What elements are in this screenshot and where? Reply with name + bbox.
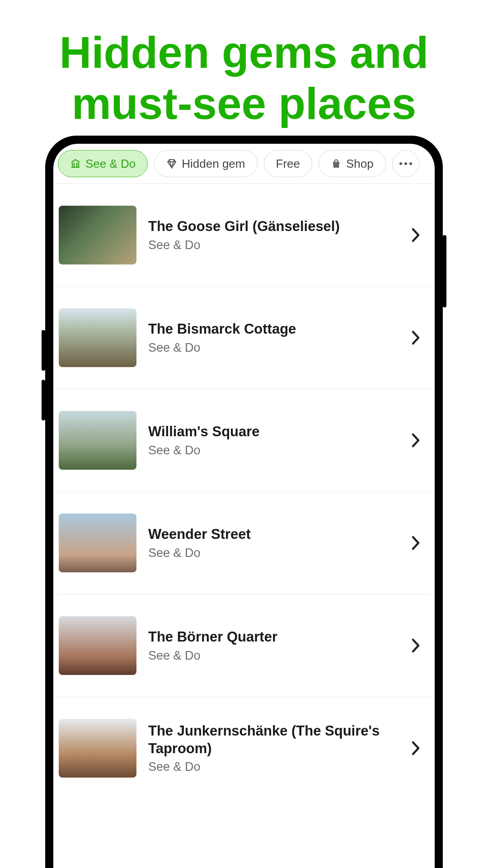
list-item[interactable]: The Goose Girl (Gänseliesel) See & Do <box>57 184 431 287</box>
chevron-right-icon <box>406 636 426 656</box>
list-item[interactable]: William's Square See & Do <box>57 389 431 492</box>
place-thumbnail <box>59 411 136 470</box>
place-category: See & Do <box>148 546 394 560</box>
filter-chip-label: Hidden gem <box>182 157 245 171</box>
places-list: The Goose Girl (Gänseliesel) See & Do Th… <box>53 184 435 799</box>
chevron-right-icon <box>406 533 426 553</box>
filter-chip-label: Free <box>276 157 300 171</box>
filter-chip-free[interactable]: Free <box>264 150 312 177</box>
device-frame: See & Do Hidden gem Free <box>45 136 443 868</box>
list-item[interactable]: The Junkernschänke (The Squire's Taproom… <box>57 697 431 799</box>
place-thumbnail <box>59 308 136 367</box>
museum-icon <box>70 158 81 169</box>
filter-chip-label: Shop <box>346 157 374 171</box>
list-item[interactable]: Weender Street See & Do <box>57 492 431 594</box>
screen: See & Do Hidden gem Free <box>53 144 435 868</box>
filter-chip-more[interactable] <box>392 150 419 177</box>
place-title: The Junkernschänke (The Squire's Taproom… <box>148 722 394 758</box>
place-title: Weender Street <box>148 526 394 543</box>
place-category: See & Do <box>148 443 394 458</box>
filter-chip-see-do[interactable]: See & Do <box>58 150 148 177</box>
chevron-right-icon <box>406 328 426 348</box>
place-category: See & Do <box>148 341 394 355</box>
filter-chip-shop[interactable]: Shop <box>319 150 386 177</box>
list-item[interactable]: The Börner Quarter See & Do <box>57 594 431 697</box>
place-thumbnail <box>59 206 136 264</box>
place-thumbnail <box>59 616 136 675</box>
chevron-right-icon <box>406 430 426 450</box>
filter-chip-hidden-gem[interactable]: Hidden gem <box>154 150 257 177</box>
list-item[interactable]: The Bismarck Cottage See & Do <box>57 287 431 389</box>
filter-chip-label: See & Do <box>85 157 136 171</box>
chevron-right-icon <box>406 738 426 758</box>
place-title: The Börner Quarter <box>148 628 394 646</box>
place-thumbnail <box>59 514 136 572</box>
place-thumbnail <box>59 719 136 778</box>
place-title: The Bismarck Cottage <box>148 321 394 338</box>
bag-icon <box>331 159 342 169</box>
place-category: See & Do <box>148 649 394 663</box>
place-category: See & Do <box>148 238 394 252</box>
filter-bar: See & Do Hidden gem Free <box>53 144 435 184</box>
place-title: William's Square <box>148 423 394 441</box>
more-icon <box>399 162 412 165</box>
diamond-icon <box>166 159 177 169</box>
chevron-right-icon <box>406 225 426 245</box>
place-title: The Goose Girl (Gänseliesel) <box>148 218 394 236</box>
place-category: See & Do <box>148 760 394 774</box>
page-headline: Hidden gems and must-see places <box>0 0 488 129</box>
